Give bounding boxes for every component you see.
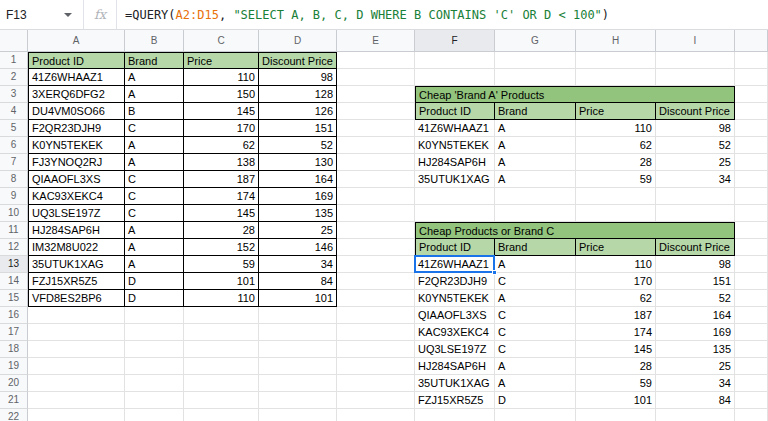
cell-E14[interactable] [337,273,415,290]
cell-B8[interactable]: C [125,171,184,188]
cell-F10[interactable] [415,205,495,222]
cell-B12[interactable]: A [125,239,184,256]
row-header-21[interactable]: 21 [0,392,28,409]
cell-I2[interactable] [656,69,735,86]
cell-F12[interactable]: Product ID [415,239,495,256]
cell-H8[interactable]: 59 [576,171,656,188]
cell-I16[interactable]: 164 [656,307,735,324]
cell-E5[interactable] [337,120,415,137]
cell-F8[interactable]: 35UTUK1XAG [415,171,495,188]
cell-J2[interactable] [735,69,768,86]
row-header-4[interactable]: 4 [0,103,28,120]
row-header-11[interactable]: 11 [0,222,28,239]
cell-E13[interactable] [337,256,415,273]
row-header-22[interactable]: 22 [0,409,28,421]
cell-G8[interactable]: A [495,171,576,188]
select-all-corner[interactable] [0,30,28,52]
cell-E9[interactable] [337,188,415,205]
row-header-2[interactable]: 2 [0,69,28,86]
cell-J15[interactable] [735,290,768,307]
cell-I13[interactable]: 98 [656,256,735,273]
cell-F4[interactable]: Product ID [415,103,495,120]
cell-J9[interactable] [735,188,768,205]
cell-H10[interactable] [576,205,656,222]
cell-D18[interactable] [259,341,337,358]
chevron-down-icon[interactable] [64,13,72,17]
row-header-15[interactable]: 15 [0,290,28,307]
cell-D19[interactable] [259,358,337,375]
cell-I7[interactable]: 25 [656,154,735,171]
cell-F15[interactable]: K0YN5TEKEK [415,290,495,307]
row-header-19[interactable]: 19 [0,358,28,375]
cell-B2[interactable]: A [125,69,184,86]
cell-A8[interactable]: QIAAOFL3XS [28,171,125,188]
formula-input[interactable]: =QUERY(A2:D15, "SELECT A, B, C, D WHERE … [117,0,768,29]
cell-E15[interactable] [337,290,415,307]
cell-C8[interactable]: 187 [184,171,259,188]
cell-A17[interactable] [28,324,125,341]
cell-A19[interactable] [28,358,125,375]
cell-J19[interactable] [735,358,768,375]
cell-F20[interactable]: 35UTUK1XAG [415,375,495,392]
cell-I20[interactable]: 34 [656,375,735,392]
cell-E10[interactable] [337,205,415,222]
cell-C19[interactable] [184,358,259,375]
cell-C7[interactable]: 138 [184,154,259,171]
cell-H13[interactable]: 110 [576,256,656,273]
cell-J11[interactable] [735,222,768,239]
cell-E16[interactable] [337,307,415,324]
cell-H21[interactable]: 101 [576,392,656,409]
cell-G5[interactable]: A [495,120,576,137]
cell-H5[interactable]: 110 [576,120,656,137]
cell-B21[interactable] [125,392,184,409]
cell-J12[interactable] [735,239,768,256]
cell-D1[interactable]: Discount Price [259,52,337,69]
cell-G10[interactable] [495,205,576,222]
cell-J4[interactable] [735,103,768,120]
cell-I22[interactable] [656,409,735,421]
cell-G7[interactable]: A [495,154,576,171]
cell-G2[interactable] [495,69,576,86]
cell-E12[interactable] [337,239,415,256]
cell-I5[interactable]: 98 [656,120,735,137]
cell-B3[interactable]: A [125,86,184,103]
cell-I18[interactable]: 135 [656,341,735,358]
cell-A2[interactable]: 41Z6WHAAZ1 [28,69,125,86]
cell-E1[interactable] [337,52,415,69]
cell-I8[interactable]: 34 [656,171,735,188]
cell-D4[interactable]: 126 [259,103,337,120]
cell-C17[interactable] [184,324,259,341]
cell-A5[interactable]: F2QR23DJH9 [28,120,125,137]
column-header-C[interactable]: C [184,30,259,52]
cell-D22[interactable] [259,409,337,421]
cell-J7[interactable] [735,154,768,171]
cell-H9[interactable] [576,188,656,205]
cell-H6[interactable]: 62 [576,137,656,154]
cell-D2[interactable]: 98 [259,69,337,86]
cell-G20[interactable]: A [495,375,576,392]
row-header-13[interactable]: 13 [0,256,28,273]
cell-A16[interactable] [28,307,125,324]
cell-C5[interactable]: 170 [184,120,259,137]
cell-C14[interactable]: 101 [184,273,259,290]
cell-B6[interactable]: A [125,137,184,154]
cell-A15[interactable]: VFD8ES2BP6 [28,290,125,307]
cell-C15[interactable]: 110 [184,290,259,307]
fill-handle[interactable] [492,270,497,275]
cell-E11[interactable] [337,222,415,239]
cell-C9[interactable]: 174 [184,188,259,205]
cell-D16[interactable] [259,307,337,324]
cell-D10[interactable]: 135 [259,205,337,222]
column-header-A[interactable]: A [28,30,125,52]
cell-D17[interactable] [259,324,337,341]
cell-D21[interactable] [259,392,337,409]
cell-E3[interactable] [337,86,415,103]
cell-E20[interactable] [337,375,415,392]
cell-J20[interactable] [735,375,768,392]
cell-A10[interactable]: UQ3LSE197Z [28,205,125,222]
cell-J22[interactable] [735,409,768,421]
row-header-3[interactable]: 3 [0,86,28,103]
cell-H7[interactable]: 28 [576,154,656,171]
cell-B20[interactable] [125,375,184,392]
cell-J16[interactable] [735,307,768,324]
